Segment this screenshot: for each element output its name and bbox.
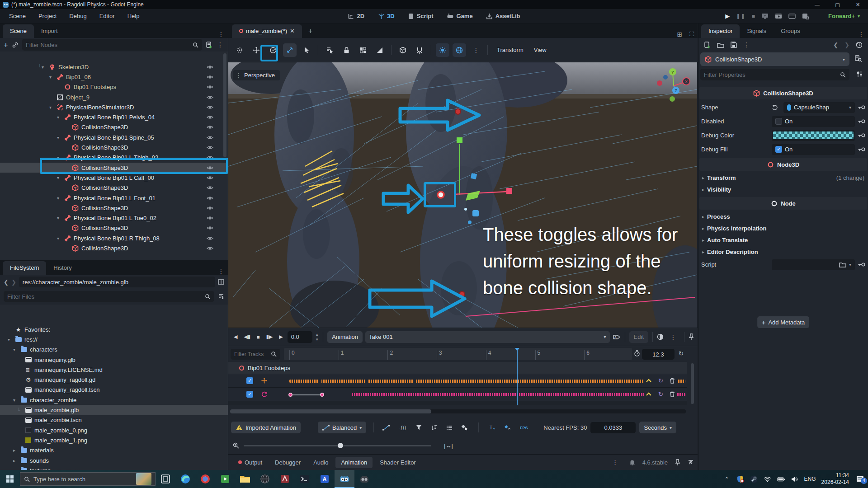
visibility-eye-icon[interactable] [207,236,213,241]
playhead[interactable] [517,348,518,405]
menu-debug[interactable]: Debug [64,10,92,22]
taskbar-app-file-explorer[interactable] [235,470,255,488]
tree-row[interactable]: Bip01 Footsteps [0,82,228,92]
resource-menu-icon[interactable]: ⋮ [743,41,750,48]
play-icon[interactable]: ▶ [725,13,730,19]
minimize-button[interactable]: — [807,0,827,9]
taskbar-app-app-blue[interactable]: A [315,470,335,488]
visibility-eye-icon[interactable] [207,145,213,150]
filter-tracks-field[interactable] [231,349,280,360]
pin-icon[interactable] [689,333,694,340]
tool-rotate[interactable] [266,43,280,57]
menu-scene[interactable]: Scene [4,10,31,22]
imported-animation-button[interactable]: Imported Animation [231,422,301,433]
tree-row[interactable]: ▾Physical Bone Bip01 L Calf_00 [0,173,228,183]
collapse-arrow-icon[interactable]: ▾ [49,105,52,110]
visibility-eye-icon[interactable] [207,95,213,100]
tool-scale[interactable] [283,43,297,57]
group-process[interactable]: ▸Process [698,211,868,222]
stop-icon[interactable]: ■ [752,14,755,19]
animation-button[interactable]: Animation [327,331,363,343]
tree-row[interactable]: ▾Bip01_06 [0,72,228,82]
tool-preview-sunlight[interactable] [436,43,449,57]
workspace-assetlib[interactable]: AssetLib [482,11,525,21]
timeline-zoom-slider[interactable] [244,445,431,446]
perspective-menu[interactable]: ⋮ Perspective [233,70,280,80]
collapse-arrow-icon[interactable]: ▾ [8,337,10,342]
taskbar-app-app-red[interactable] [275,470,295,488]
wifi-icon[interactable] [764,476,772,482]
step-input[interactable] [594,424,632,431]
collapse-arrow-icon[interactable]: ▾ [57,236,59,241]
group-physics-interpolation[interactable]: ▸Physics Interpolation [698,222,868,234]
bottom-tab-audio[interactable]: Audio [308,457,334,468]
visibility-eye-icon[interactable] [207,65,213,70]
inspector-menu-icon[interactable]: ⋮ [854,31,868,38]
snap-key-icon[interactable] [505,425,511,431]
debug-fill-checkbox[interactable]: ✓On [772,144,855,155]
timeline-scrollbar[interactable] [230,409,686,413]
bottom-tab-animation[interactable]: Animation [335,457,373,468]
track-group-row[interactable]: Bip01 Footsteps [228,362,687,374]
menu-project[interactable]: Project [33,10,62,22]
taskbar-app-browser[interactable] [195,470,215,488]
tree-row[interactable]: Object_9 [0,92,228,102]
key-icon[interactable] [858,119,865,124]
select-keys-icon[interactable] [462,425,468,431]
tray-chevron-icon[interactable]: ⌃ [723,476,731,482]
track-enabled-checkbox[interactable]: ✓ [246,391,253,398]
tool-more[interactable]: ⋮ [469,43,483,57]
animation-length-field[interactable] [642,349,675,360]
time-spinner[interactable]: ▲▼ [315,333,319,342]
instantiate-scene-icon[interactable] [12,42,19,48]
tab-scene[interactable]: Scene [3,24,34,38]
load-resource-icon[interactable] [717,42,724,48]
filter-funnel-icon[interactable] [416,425,422,430]
visibility-eye-icon[interactable] [207,175,213,180]
close-tab-icon[interactable]: ✕ [290,28,295,34]
pin-icon[interactable] [675,459,680,466]
visibility-eye-icon[interactable] [207,105,213,110]
workspace-3d[interactable]: 3D [373,11,399,21]
attach-script-icon[interactable] [206,42,212,48]
current-path[interactable]: res://character_zombie/male_zombie.glb [19,277,215,287]
edit-button[interactable]: Edit [629,331,648,343]
expand-viewport-icon[interactable]: ⛶ [686,30,698,38]
shape-resource-select[interactable]: CapsuleShap▾ [783,102,855,113]
tree-row[interactable]: ▾Physical Bone Bip01 L Foot_01 [0,193,228,203]
loop-wrap-icon[interactable]: ↻ [658,391,663,398]
new-tab-icon[interactable]: + [302,24,319,38]
tree-row[interactable]: ▾Physical Bone Bip01 Pelvis_04 [0,112,228,122]
tree-row[interactable]: CollisionShape3D [0,142,228,152]
key-icon[interactable] [858,133,865,138]
tool-group[interactable] [356,43,370,57]
folder-row[interactable]: ▾characters [0,345,228,355]
play-icon[interactable]: ▶ [277,334,284,340]
file-row[interactable]: mannequiny_ragdoll.tscn [0,385,228,395]
filesystem-menu-icon[interactable]: ⋮ [214,267,228,275]
track-row-position[interactable]: ✓ ↻ [228,374,687,388]
interpolation-mode-select[interactable]: Balanced ▾ [318,422,366,433]
transform-menu[interactable]: Transform [492,47,528,53]
new-resource-icon[interactable] [704,42,711,48]
folder-row[interactable]: ▸materials [0,446,228,455]
menu-editor[interactable]: Editor [94,10,120,22]
workspace-2d[interactable]: 2D [343,11,369,21]
taskbar-search[interactable]: Type here to search [20,472,156,486]
file-row[interactable]: └male_zombie.glb [0,405,228,415]
taskbar-app-task-view[interactable] [156,470,175,488]
history-forward-icon[interactable]: ❯ [844,42,849,48]
delete-track-icon[interactable] [670,378,675,384]
play-custom-icon[interactable] [788,13,796,19]
group-visibility[interactable]: ▸Visibility [698,183,868,195]
animation-menu-icon[interactable]: ⋮ [666,333,680,341]
expand-up-icon[interactable] [688,460,694,465]
collapse-arrow-icon[interactable]: ▾ [13,398,15,403]
keyframes-position[interactable] [289,380,685,383]
folder-row[interactable]: ▾character_zombie [0,395,228,405]
viewport-layout-icon[interactable]: ⊞ [673,31,686,38]
loop-wrap-icon[interactable]: ↻ [658,377,663,384]
visibility-eye-icon[interactable] [207,115,213,120]
step-back-icon[interactable]: ◀▮ [242,334,252,340]
tool-select[interactable] [233,43,246,57]
